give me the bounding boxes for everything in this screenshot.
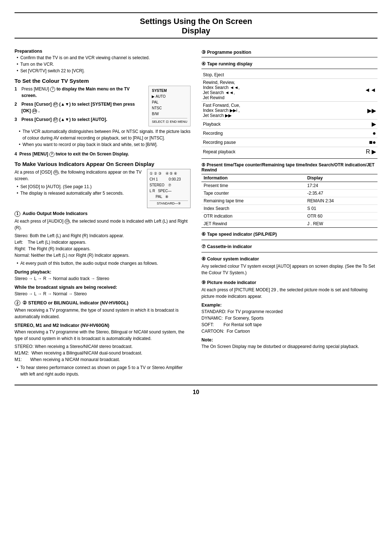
table-row: Index Search S 01 [201,205,377,212]
indicators-intro-block: ① ② ③ ④ ⑤ ⑥ CH 10:00.23 STEREO⑦ L RSPEC—… [15,169,191,208]
table-row: Playback ▶ [201,119,377,129]
prog-position-label: ③ Programme position [201,49,377,55]
table-row: Fast Forward, Cue, Index Search ▶▶i , Je… [201,102,377,119]
info-cell: OTR indication [201,212,305,220]
right-column: ③ Programme position ④ Tape running disp… [201,46,377,377]
table-row: JET Rewind J . REW [201,220,377,228]
picture-mode-text: At each press of [PICTURE MODE] 29 , the… [201,287,377,300]
list-item: Set [VCR/TV] switch 22 to [VCR]. [17,68,191,74]
stereo-bilingual-header: 2 ② STEREO or BILINGUAL indicator (NV-HV… [15,300,191,306]
tape-label: Playback [201,119,331,129]
list-item: The display is released automatically af… [17,190,191,197]
tape-label: Recording pause [201,138,331,147]
list-item: The VCR automatically distinguishes betw… [20,128,191,141]
broadcast-text: Stereo → L → R → Normal → Stereo [15,291,191,297]
table-row: OTR indication OTR 60 [201,212,377,220]
table-row: Remaining tape time REMAIN 2:34 [201,197,377,205]
list-item: Set [OSD] to [AUTO]. (See page 11.) [17,183,191,190]
tape-label: Repeat playback [201,147,331,157]
page-number: 10 [15,385,377,399]
table-row: Present time 17:24 [201,182,377,190]
info-col-header: Information [201,174,305,182]
cassette-label: ⑦ Cassette-in indicator [201,244,377,249]
display-cell: 17:24 [305,182,377,190]
tape-symbol: ▶▶ [331,102,377,119]
step4: 4 Press [MENU] 7 twice to exit the On Sc… [15,151,191,157]
colour-system-label: ⑧ Colour system indicator [201,256,377,262]
info-table: Information Display Present time 17:24 T… [201,174,377,228]
tape-symbol: R ▶ [331,147,377,157]
title-section: Settings Using the On Screen Display [15,11,377,40]
menu-diagram: SYSTEM ▶ AUTO PAL NTSC B/W SELECT: ⊡ END… [148,86,191,126]
step3-bullets: The VCR automatically distinguishes betw… [15,128,191,148]
tape-speed-row: ⑥ Tape speed indicator (SP/LP/EP) [201,231,377,237]
tape-label: Rewind, Review, Index Search ◄◄, Jet Sea… [201,79,331,102]
list-item: To hear stereo performance connect as sh… [17,364,191,377]
cassette-row: ⑦ Cassette-in indicator [201,244,377,249]
list-item: At every push of this button, the audio … [17,260,191,267]
stereo-m1-text: When receiving a TV programme with the S… [15,329,191,342]
info-cell: Index Search [201,205,305,212]
steps-with-diagram: SYSTEM ▶ AUTO PAL NTSC B/W SELECT: ⊡ END… [15,86,191,128]
tape-symbol: ▶ [331,119,377,129]
picture-mode-label: ⑨ Picture mode indicator [201,280,377,285]
note-text: The On Screen Display may be disturbed o… [201,343,377,350]
tape-symbol: ◄◄ [331,79,377,102]
indicators-bullets: Set [OSD] to [AUTO]. (See page 11.) The … [15,183,191,197]
display-cell: -2:35.47 [305,190,377,197]
stereo-items: STEREO: When receiving a Stereo/NICAM st… [15,343,191,363]
audio-output-text: At each press of [AUDIO] 18, the selecte… [15,218,191,231]
info-cell: Remaining tape time [201,197,305,205]
step-2: 2 Press [Cursor] 37 (▲▼) to select [SYST… [15,101,145,114]
tape-running-label: ④ Tape running display [201,61,377,66]
tape-symbol [331,71,377,79]
note-label: Note: [201,337,377,343]
display-cell: S 01 [305,205,377,212]
tape-table: Stop, Eject Rewind, Review, Index Search… [201,71,377,156]
list-item: Confirm that the TV is on and the VCR vi… [17,54,191,61]
colour-system-row: ⑧ Colour system indicator Any selected c… [201,256,377,276]
table-row: Rewind, Review, Index Search ◄◄, Jet Sea… [201,79,377,102]
table-row: Repeat playback R ▶ [201,147,377,157]
info-cell: Tape counter [201,190,305,197]
left-column: Preparations Confirm that the TV is on a… [15,46,191,377]
display-cell: J . REW [305,220,377,228]
info-cell: JET Rewind [201,220,305,228]
table-row: Stop, Eject [201,71,377,79]
colour-section-title: To Set the Colour TV System [15,78,191,84]
tape-label: Stop, Eject [201,71,331,79]
during-playback-label: During playback: [15,270,191,275]
tape-label: Recording [201,129,331,138]
table-row: Tape counter -2:35.47 [201,190,377,197]
tape-symbol: ■● [331,138,377,147]
stereo-bilingual-text: When receiving a TV programme, the type … [15,307,191,320]
table-row: Recording pause ■● [201,138,377,147]
display-col-header: Display [305,174,377,182]
page-title: Settings Using the On Screen Display [15,15,377,36]
stereo-note-bullet: To hear stereo performance connect as sh… [15,364,191,377]
broadcast-label: While the broadcast signals are being re… [15,285,191,290]
colour-system-text: Any selected colour TV system except [AU… [201,263,377,276]
audio-bullet: At every push of this button, the audio … [15,260,191,267]
table-row: Recording ● [201,129,377,138]
display-cell: OTR 60 [305,212,377,220]
present-time-label: ⑤ Present time/Tape counter/Remaining ta… [201,162,377,173]
indicators-section-title: To Make Various Indicators Appear On Scr… [15,161,191,167]
audio-output-header: 1 Audio Output Mode Indicators [15,211,191,217]
tape-symbol: ● [331,129,377,138]
tape-speed-label: ⑥ Tape speed indicator (SP/LP/EP) [201,231,377,237]
example-label: Example: [201,303,377,308]
preparations-list: Confirm that the TV is on and the VCR vi… [15,54,191,74]
audio-stereo-text: Stereo: Both the Left (L) and Right (R) … [15,232,191,259]
step-1: 1 Press [MENU] 7 to display the Main men… [15,86,145,99]
during-playback-text: Stereo → L → R → Normal audio track → St… [15,275,191,282]
stereo-m1-label: STEREO, M1 and M2 Indicator (NV-HV60GN) [15,323,191,328]
list-item: Turn on the VCR. [17,61,191,68]
info-cell: Present time [201,182,305,190]
step-3: 3 Press [Cursor] 37 (▲▼) to select [AUTO… [15,116,145,123]
picture-mode-row: ⑨ Picture mode indicator At each press o… [201,280,377,300]
preparations-label: Preparations [15,49,191,54]
tape-label: Fast Forward, Cue, Index Search ▶▶i , Je… [201,102,331,119]
example-items: STANDARD: For TV programme recorded DYNA… [201,308,377,335]
list-item: When you want to record or play back in … [20,141,191,148]
